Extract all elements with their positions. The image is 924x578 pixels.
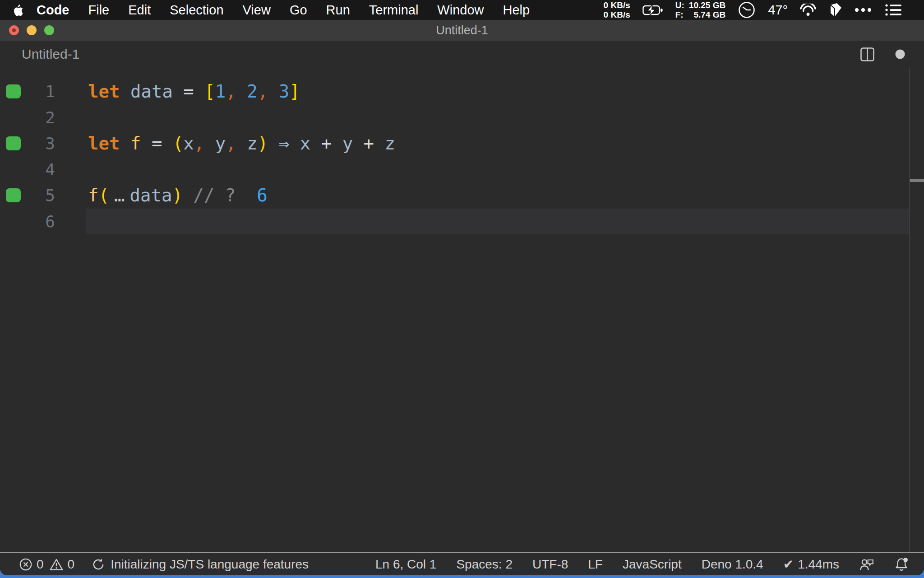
eol-sequence[interactable]: LF (588, 557, 603, 572)
line-number: 2 (0, 105, 55, 131)
net-up-label: 0 KB/s (604, 0, 630, 10)
menu-item-edit[interactable]: Edit (119, 3, 160, 18)
vscode-window: Untitled-1 Untitled-1 1let data = [1, 2,… (0, 20, 924, 575)
encoding[interactable]: UTF-8 (532, 557, 568, 572)
language-mode[interactable]: JavaScript (623, 557, 682, 572)
cube-icon[interactable] (828, 3, 842, 17)
window-title-bar[interactable]: Untitled-1 (0, 20, 924, 41)
code-line[interactable]: 5f(…data) // ? 6 (0, 182, 924, 209)
mem-free-value: 5.74 GB (689, 10, 725, 19)
code-line[interactable]: 6 (0, 209, 924, 235)
line-number: 4 (0, 157, 55, 183)
sync-icon (92, 558, 105, 571)
indentation[interactable]: Spaces: 2 (456, 557, 513, 572)
code-lines: 1let data = [1, 2, 3]23let f = (x, y, z)… (0, 79, 924, 234)
window-title: Untitled-1 (436, 23, 488, 37)
split-editor-icon[interactable] (860, 47, 874, 61)
line-number: 5 (0, 182, 55, 209)
network-speed-status[interactable]: 0 KB/s 0 KB/s (604, 0, 630, 19)
menu-item-terminal[interactable]: Terminal (360, 3, 428, 18)
menu-item-run[interactable]: Run (317, 3, 360, 18)
warning-icon (49, 558, 64, 571)
memory-usage-status[interactable]: U: 10.25 GB F: 5.74 GB (675, 0, 725, 19)
menu-item-go[interactable]: Go (280, 3, 317, 18)
tab-untitled-1[interactable]: Untitled-1 (22, 47, 79, 62)
cursor-position[interactable]: Ln 6, Col 1 (375, 557, 436, 572)
bell-icon[interactable] (894, 557, 909, 572)
menu-item-file[interactable]: File (79, 3, 119, 18)
code-text: let data = [1, 2, 3] (88, 79, 300, 105)
menu-item-selection[interactable]: Selection (160, 3, 233, 18)
zoom-button[interactable] (44, 25, 54, 35)
battery-charging-icon[interactable] (642, 4, 663, 16)
warning-count: 0 (68, 557, 75, 572)
wifi-icon[interactable] (800, 4, 816, 16)
overview-ruler[interactable] (909, 68, 924, 552)
mem-used-label: U: (675, 0, 684, 10)
code-line[interactable]: 1let data = [1, 2, 3] (0, 79, 924, 105)
perf-time: 1.44ms (798, 557, 839, 572)
code-text: let f = (x, y, z) ⇒ x + y + z (88, 131, 395, 157)
clock-icon[interactable] (738, 1, 756, 19)
error-icon (19, 558, 32, 571)
net-down-label: 0 KB/s (604, 10, 630, 19)
menu-item-code[interactable]: Code (27, 3, 79, 18)
code-line[interactable]: 2 (0, 105, 924, 131)
minimize-button[interactable] (27, 25, 37, 35)
check-icon: ✔ (783, 557, 794, 572)
macos-menu-bar: Code File Edit Selection View Go Run Ter… (0, 0, 924, 20)
menu-item-window[interactable]: Window (428, 3, 493, 18)
status-bar: 0 0 Initializing JS/TS language features… (0, 552, 924, 575)
problems-warnings[interactable]: 0 (49, 557, 75, 572)
overview-cursor-marker (910, 179, 924, 182)
status-message-text: Initializing JS/TS language features (111, 557, 309, 572)
mem-free-label: F: (675, 10, 684, 19)
language-status-message[interactable]: Initializing JS/TS language features (92, 557, 309, 572)
modified-dot (895, 49, 905, 59)
code-line[interactable]: 3let f = (x, y, z) ⇒ x + y + z (0, 131, 924, 157)
code-text: f(…data) // ? 6 (88, 182, 268, 209)
editor-title-area: Untitled-1 (0, 41, 924, 68)
mem-used-value: 10.25 GB (689, 0, 725, 10)
feedback-icon[interactable] (859, 557, 874, 572)
quokka-perf[interactable]: ✔ 1.44ms (783, 557, 839, 572)
menu-item-help[interactable]: Help (494, 3, 540, 18)
code-line[interactable]: 4 (0, 157, 924, 183)
temperature-status[interactable]: 47° (768, 3, 788, 18)
close-button[interactable] (9, 25, 19, 35)
line-number: 3 (0, 131, 55, 157)
error-count: 0 (37, 557, 44, 572)
more-dots-icon[interactable] (854, 8, 872, 12)
line-number: 1 (0, 79, 55, 105)
deno-version[interactable]: Deno 1.0.4 (702, 557, 763, 572)
menu-item-view[interactable]: View (233, 3, 280, 18)
list-menu-icon[interactable] (884, 3, 902, 17)
problems-errors[interactable]: 0 (19, 557, 44, 572)
code-editor[interactable]: 1let data = [1, 2, 3]23let f = (x, y, z)… (0, 68, 924, 552)
line-number: 6 (0, 209, 55, 235)
apple-icon[interactable] (13, 4, 23, 16)
